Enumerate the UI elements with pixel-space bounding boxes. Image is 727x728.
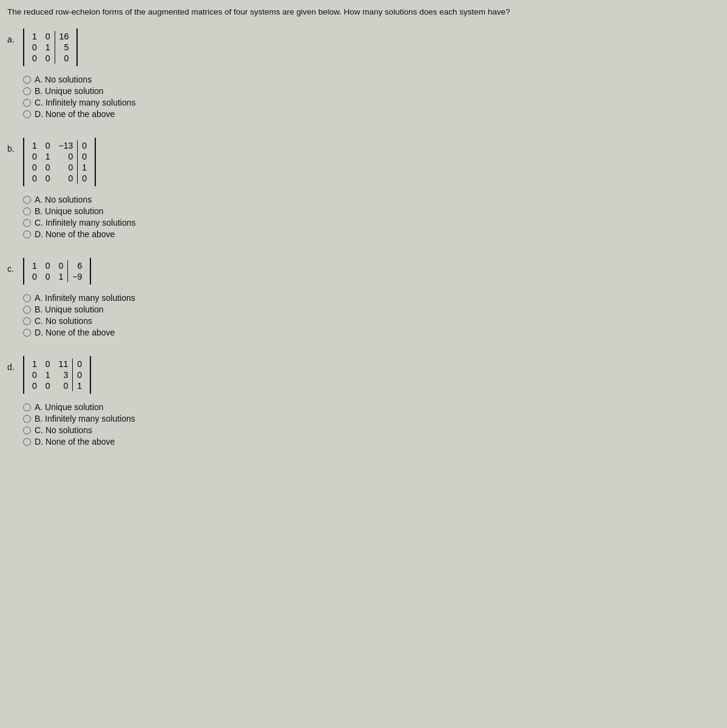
matrix-cell: 5: [55, 42, 73, 53]
problem-row-c: c.1006001−9: [7, 258, 720, 285]
matrix-cell: −9: [68, 271, 86, 282]
matrix-cell: 0: [55, 173, 78, 184]
matrix-cell: 0: [78, 151, 91, 162]
problem-block-b: b.10−130010000010000A. No solutionsB. Un…: [7, 138, 720, 241]
option-c-B[interactable]: B. Unique solution: [23, 305, 720, 314]
question-text: The reduced row-echelon forms of the aug…: [7, 7, 720, 16]
radio-circle[interactable]: [23, 196, 31, 204]
matrix-cell: 1: [41, 151, 55, 162]
radio-circle[interactable]: [23, 231, 31, 238]
option-label: A. No solutions: [35, 75, 92, 84]
matrix-cell: 3: [55, 369, 73, 380]
option-label: A. Infinitely many solutions: [35, 293, 135, 303]
matrix-cell: 16: [55, 31, 73, 42]
radio-circle[interactable]: [23, 329, 31, 337]
radio-circle[interactable]: [23, 403, 31, 411]
option-label: B. Infinitely many solutions: [35, 414, 135, 423]
problem-block-c: c.1006001−9A. Infinitely many solutionsB…: [7, 258, 720, 339]
radio-circle[interactable]: [23, 317, 31, 325]
matrix-cell: 0: [28, 271, 41, 282]
option-b-D[interactable]: D. None of the above: [23, 229, 720, 239]
matrix-cell: 0: [41, 359, 55, 369]
options-d: A. Unique solutionB. Infinitely many sol…: [23, 402, 720, 448]
option-label: D. None of the above: [35, 437, 115, 447]
matrix-cell: −13: [55, 140, 78, 151]
matrix-cell: 1: [73, 380, 86, 391]
matrix-cell: 6: [68, 260, 86, 271]
radio-circle[interactable]: [23, 415, 31, 423]
option-d-B[interactable]: B. Infinitely many solutions: [23, 414, 720, 423]
radio-circle[interactable]: [23, 76, 31, 84]
option-label: A. Unique solution: [35, 402, 104, 412]
option-label: D. None of the above: [35, 229, 115, 239]
matrix-cell: 0: [28, 162, 41, 173]
matrix-cell: 0: [28, 173, 41, 184]
option-a-B[interactable]: B. Unique solution: [23, 86, 720, 96]
matrix-cell: 0: [55, 162, 78, 173]
matrix-cell: 0: [55, 260, 68, 271]
option-a-D[interactable]: D. None of the above: [23, 109, 720, 119]
option-label: B. Unique solution: [35, 86, 104, 96]
matrix-cell: 0: [28, 369, 41, 380]
problem-row-a: a.1016015000: [7, 29, 720, 66]
radio-circle[interactable]: [23, 294, 31, 302]
radio-circle[interactable]: [23, 99, 31, 107]
option-d-C[interactable]: C. No solutions: [23, 425, 720, 435]
option-b-B[interactable]: B. Unique solution: [23, 206, 720, 216]
problem-label-d: d.: [7, 362, 18, 372]
matrix-cell: 1: [28, 31, 41, 42]
option-a-C[interactable]: C. Infinitely many solutions: [23, 98, 720, 107]
options-c: A. Infinitely many solutionsB. Unique so…: [23, 293, 720, 339]
option-label: C. Infinitely many solutions: [35, 98, 136, 107]
matrix-cell: 1: [28, 260, 41, 271]
matrix-cell: 1: [55, 271, 68, 282]
matrix-cell: 0: [41, 162, 55, 173]
option-b-C[interactable]: C. Infinitely many solutions: [23, 218, 720, 228]
radio-circle[interactable]: [23, 306, 31, 314]
matrix-cell: 1: [78, 162, 91, 173]
matrix-cell: 0: [28, 380, 41, 391]
radio-circle[interactable]: [23, 426, 31, 434]
matrix-cell: 0: [73, 359, 86, 369]
option-label: C. No solutions: [35, 425, 92, 435]
matrix-cell: 0: [41, 53, 55, 64]
option-label: C. No solutions: [35, 316, 92, 326]
option-label: D. None of the above: [35, 328, 115, 337]
options-a: A. No solutionsB. Unique solutionC. Infi…: [23, 75, 720, 121]
option-a-A[interactable]: A. No solutions: [23, 75, 720, 84]
radio-circle[interactable]: [23, 438, 31, 446]
matrix-b: 10−130010000010000: [23, 138, 96, 186]
option-c-A[interactable]: A. Infinitely many solutions: [23, 293, 720, 303]
option-d-D[interactable]: D. None of the above: [23, 437, 720, 447]
option-c-D[interactable]: D. None of the above: [23, 328, 720, 337]
matrix-cell: 0: [41, 173, 55, 184]
option-b-A[interactable]: A. No solutions: [23, 195, 720, 204]
option-label: A. No solutions: [35, 195, 92, 204]
matrix-cell: 0: [28, 42, 41, 53]
problem-block-a: a.1016015000A. No solutionsB. Unique sol…: [7, 29, 720, 121]
matrix-cell: 0: [41, 271, 55, 282]
matrix-cell: 1: [28, 359, 41, 369]
radio-circle[interactable]: [23, 110, 31, 118]
matrix-cell: 0: [55, 53, 73, 64]
matrix-cell: 0: [73, 369, 86, 380]
matrix-c: 1006001−9: [23, 258, 91, 285]
matrix-cell: 1: [41, 42, 55, 53]
option-label: C. Infinitely many solutions: [35, 218, 136, 228]
matrix-cell: 0: [41, 140, 55, 151]
options-b: A. No solutionsB. Unique solutionC. Infi…: [23, 195, 720, 241]
option-label: D. None of the above: [35, 109, 115, 119]
matrix-cell: 0: [78, 173, 91, 184]
matrix-cell: 0: [28, 151, 41, 162]
problem-block-d: d.1011001300001A. Unique solutionB. Infi…: [7, 356, 720, 448]
radio-circle[interactable]: [23, 207, 31, 215]
radio-circle[interactable]: [23, 87, 31, 95]
problem-row-b: b.10−130010000010000: [7, 138, 720, 186]
option-label: B. Unique solution: [35, 206, 104, 216]
option-d-A[interactable]: A. Unique solution: [23, 402, 720, 412]
matrix-cell: 0: [55, 380, 73, 391]
radio-circle[interactable]: [23, 219, 31, 227]
matrix-cell: 0: [41, 380, 55, 391]
option-c-C[interactable]: C. No solutions: [23, 316, 720, 326]
matrix-cell: 0: [41, 31, 55, 42]
